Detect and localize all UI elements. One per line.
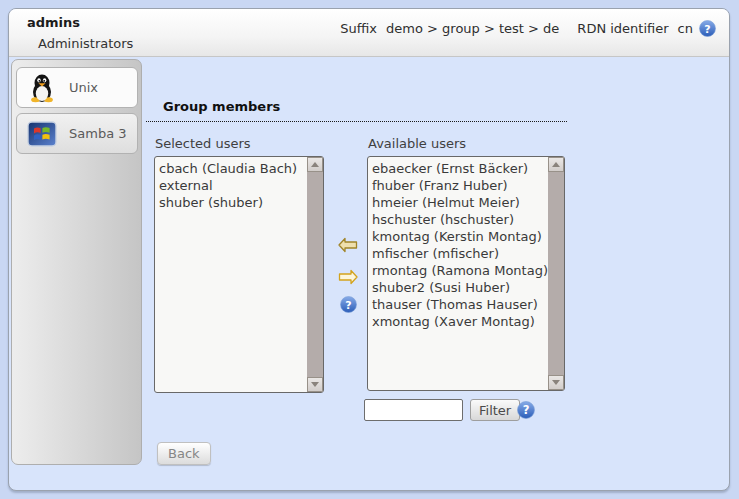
list-item[interactable]: rmontag (Ramona Montag)	[372, 262, 548, 279]
sidebar: Unix Samba 3	[11, 59, 142, 465]
filter-button[interactable]: Filter	[470, 399, 520, 421]
scroll-down-button[interactable]	[548, 375, 564, 390]
scrollbar-thumb[interactable]	[307, 172, 323, 377]
available-users-label: Available users	[368, 136, 466, 151]
scroll-down-button[interactable]	[307, 377, 323, 392]
members-help-icon[interactable]: ?	[340, 296, 357, 313]
triangle-up-icon	[311, 162, 319, 167]
list-item[interactable]: hschuster (hschuster)	[372, 211, 548, 228]
suffix-breadcrumb: demo > group > test > de	[386, 21, 559, 36]
list-item[interactable]: thauser (Thomas Hauser)	[372, 296, 548, 313]
selected-users-label: Selected users	[155, 136, 251, 151]
filter-input[interactable]	[364, 399, 463, 421]
arrow-left-icon	[338, 241, 358, 256]
available-users-listbox[interactable]: ebaecker (Ernst Bäcker)fhuber (Franz Hub…	[367, 156, 565, 391]
tab-unix[interactable]: Unix	[16, 67, 138, 108]
svg-text:?: ?	[523, 403, 530, 417]
svg-text:?: ?	[345, 299, 351, 312]
rdn-identifier-label: RDN identifier	[577, 21, 668, 36]
list-item[interactable]: shuber (shuber)	[159, 194, 307, 211]
selected-users-list: cbach (Claudia Bach)externalshuber (shub…	[155, 157, 307, 392]
scroll-up-button[interactable]	[307, 157, 323, 172]
scrollbar-thumb[interactable]	[548, 172, 564, 375]
list-item[interactable]: xmontag (Xaver Montag)	[372, 313, 548, 330]
filter-help-icon[interactable]: ?	[517, 401, 534, 418]
move-right-button[interactable]	[338, 269, 358, 285]
suffix-label: Suffix	[340, 21, 377, 36]
list-item[interactable]: ebaecker (Ernst Bäcker)	[372, 160, 548, 177]
rdn-identifier-value: cn	[678, 21, 693, 36]
available-scrollbar[interactable]	[548, 157, 564, 390]
triangle-down-icon	[311, 382, 319, 387]
list-item[interactable]: shuber2 (Susi Huber)	[372, 279, 548, 296]
section-heading: Group members	[146, 99, 567, 122]
tab-samba3-label: Samba 3	[69, 126, 127, 141]
page-title: admins	[27, 15, 80, 30]
tab-samba3[interactable]: Samba 3	[16, 113, 138, 154]
back-button[interactable]: Back	[157, 442, 211, 465]
header: admins Administrators Suffix demo > grou…	[9, 9, 729, 57]
list-item[interactable]: cbach (Claudia Bach)	[159, 160, 307, 177]
arrow-right-icon	[338, 273, 358, 288]
selected-users-listbox[interactable]: cbach (Claudia Bach)externalshuber (shub…	[154, 156, 324, 393]
selected-scrollbar[interactable]	[307, 157, 323, 392]
available-users-list: ebaecker (Ernst Bäcker)fhuber (Franz Hub…	[368, 157, 548, 390]
rdn-help-icon[interactable]: ?	[699, 20, 716, 37]
triangle-down-icon	[552, 380, 560, 385]
list-item[interactable]: kmontag (Kerstin Montag)	[372, 228, 548, 245]
list-item[interactable]: hmeier (Helmut Meier)	[372, 194, 548, 211]
svg-text:?: ?	[704, 23, 710, 36]
list-item[interactable]: fhuber (Franz Huber)	[372, 177, 548, 194]
main-window: admins Administrators Suffix demo > grou…	[8, 8, 730, 491]
header-breadcrumb-area: Suffix demo > group > test > de RDN iden…	[340, 20, 716, 37]
windows-icon	[27, 119, 57, 149]
scroll-up-button[interactable]	[548, 157, 564, 172]
page: { "header": { "title": "admins", "subtit…	[0, 0, 739, 499]
section-title: Group members	[163, 99, 280, 114]
tab-unix-label: Unix	[69, 80, 98, 95]
page-subtitle: Administrators	[38, 36, 133, 51]
tux-icon	[27, 73, 57, 103]
list-item[interactable]: external	[159, 177, 307, 194]
move-left-button[interactable]	[338, 237, 358, 253]
list-item[interactable]: mfischer (mfischer)	[372, 245, 548, 262]
triangle-up-icon	[552, 162, 560, 167]
